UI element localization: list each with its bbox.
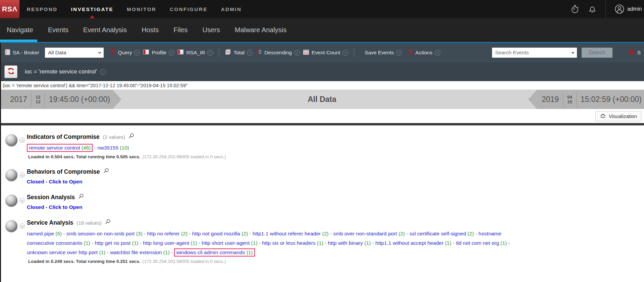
value-count: (2) (321, 231, 328, 236)
value-link-http1-1-without-accept-header[interactable]: http1.1 without accept header (375, 240, 443, 246)
user-menu[interactable]: admin (614, 4, 644, 14)
value-separator: - (90, 240, 95, 246)
category-sphere-icon[interactable] (5, 134, 17, 146)
magnifier-icon[interactable] (103, 168, 109, 174)
value-separator: - (451, 240, 456, 246)
actions-menu[interactable]: Actions (408, 49, 440, 56)
value-link-unknown-service-over-http-port[interactable]: unknown service over http port (27, 249, 98, 255)
value-link-http-short-user-agent[interactable]: http short user-agent (202, 240, 250, 246)
refresh-query-button[interactable] (4, 65, 17, 78)
data-source-select[interactable]: All Data (45, 48, 104, 58)
server-icon (5, 49, 10, 57)
rsa-ir-menu[interactable]: RSA_IR (177, 49, 213, 56)
section-behaviors-of-compromise: Behaviors of CompromiseClosed - Click to… (0, 168, 644, 185)
value-link-http1-1-without-referer-header[interactable]: http1.1 without referer header (253, 231, 321, 236)
section-values-list: remote service control (46) - nw35155 (1… (27, 143, 226, 153)
sub-nav: NavigateEventsEvent AnalysisHostsFilesUs… (0, 18, 644, 43)
search-events-value: Search Events (495, 50, 529, 56)
sub-nav-item-hosts[interactable]: Hosts (142, 18, 159, 42)
value-link-watchlist-file-extension[interactable]: watchlist file extension (110, 249, 162, 255)
event-count-menu[interactable]: Event Count (303, 49, 348, 56)
value-link-http-long-user-agent[interactable]: http long user-agent (143, 240, 189, 246)
time-range-end[interactable]: 2019 0415 15:02:59 (+00:00) (528, 90, 644, 109)
total-menu[interactable]: Total (225, 49, 253, 56)
value-item: ssl certificate self-signed (2) (410, 231, 474, 236)
top-nav-item-investigate[interactable]: INVESTIGATE (71, 0, 113, 18)
section-collapse-chevron-icon[interactable] (19, 172, 25, 178)
value-link-smb-over-non-standard-port[interactable]: smb over non-standard port (333, 231, 397, 236)
sub-nav-item-navigate[interactable]: Navigate (7, 18, 33, 42)
query-breadcrumb[interactable]: ioc = 'remote service control' (25, 68, 106, 75)
broker-selector[interactable]: SA - Broker (5, 49, 39, 57)
section-collapse-chevron-icon[interactable] (19, 198, 25, 203)
highlighted-value: windows cli admin commands (1) (174, 248, 255, 257)
top-nav-item-configure[interactable]: CONFIGURE (170, 0, 208, 18)
section-icons (0, 133, 27, 159)
top-nav-item-admin[interactable]: ADMIN (221, 0, 242, 18)
settings-menu[interactable]: S (628, 49, 641, 57)
section-title: Session Analysis (27, 194, 75, 201)
value-link-windows-cli-admin-commands[interactable]: windows cli admin commands (176, 249, 245, 255)
sub-nav-item-files[interactable]: Files (173, 18, 187, 42)
total-label: Total (233, 50, 245, 56)
section-service-analysis: Service Analysis(18 values)named pipe (5… (0, 219, 644, 264)
section-values-count: (18 values) (76, 220, 101, 226)
value-link-http-no-referer[interactable]: http no referer (147, 231, 179, 236)
value-link-remote-service-control[interactable]: remote service control (29, 145, 80, 151)
search-events-select[interactable]: Search Events (492, 48, 577, 58)
value-link-http-six-or-less-headers[interactable]: http six or less headers (262, 240, 315, 246)
chevron-down-circle-icon (169, 50, 174, 56)
category-sphere-icon[interactable] (5, 220, 17, 232)
sub-nav-item-users[interactable]: Users (203, 18, 220, 42)
sub-nav-item-event-analysis[interactable]: Event Analysis (83, 18, 127, 42)
magnifier-icon[interactable] (128, 133, 134, 139)
sub-nav-item-malware-analysis[interactable]: Malware Analysis (235, 18, 287, 42)
value-count: (1) (363, 240, 371, 246)
toolbar-divider (219, 48, 219, 57)
value-count: (1) (98, 249, 105, 255)
start-month-day: 1212 (36, 95, 40, 104)
section-title: Indicators of Compromise (27, 133, 100, 140)
category-sphere-icon[interactable] (5, 194, 17, 207)
sub-nav-item-events[interactable]: Events (48, 18, 68, 42)
section-body: Indicators of Compromise(2 values)remote… (27, 133, 226, 159)
value-link-nw35155[interactable]: nw35155 (97, 145, 118, 151)
section-title-row: Session Analysis (27, 194, 84, 201)
value-item: http not good mozilla (2) (192, 231, 248, 236)
notifications-bell-icon[interactable] (588, 4, 597, 14)
value-count: (5) (54, 231, 62, 236)
closed-click-to-open-link[interactable]: Closed - Click to Open (27, 179, 82, 185)
value-link-smb-session-on-non-smb-port[interactable]: smb session on non-smb port (66, 231, 135, 236)
value-link-tld-not-com-net-org[interactable]: tld not com net org (456, 240, 499, 246)
load-time-text: Loaded in 0.249 secs. Total running time… (28, 259, 140, 264)
section-collapse-chevron-icon[interactable] (19, 223, 25, 229)
value-link-http-not-good-mozilla[interactable]: http not good mozilla (192, 231, 240, 236)
stopwatch-icon[interactable] (571, 4, 579, 14)
value-count: (1) (82, 240, 90, 246)
chevron-down-circle-icon (100, 69, 106, 75)
save-events-menu[interactable]: Save Events (365, 50, 402, 56)
appbar-divider (605, 0, 606, 18)
value-link-named-pipe[interactable]: named pipe (27, 231, 54, 236)
value-link-ssl-certificate-self-signed[interactable]: ssl certificate self-signed (410, 231, 466, 236)
top-nav-item-respond[interactable]: RESPOND (27, 0, 58, 18)
magnifier-icon[interactable] (78, 193, 84, 199)
section-icons (0, 168, 27, 185)
search-button[interactable]: Search (582, 48, 612, 58)
value-item: smb over non-standard port (2) (333, 231, 405, 236)
value-link-http-get-no-post[interactable]: http get no post (95, 240, 130, 246)
value-link-http-with-binary[interactable]: http with binary (328, 240, 363, 246)
time-range-start[interactable]: 2017 1212 19:45:00 (+00:00) (0, 90, 121, 109)
sort-order-menu[interactable]: Descending (256, 49, 300, 56)
section-collapse-chevron-icon[interactable] (19, 137, 25, 143)
profile-menu[interactable]: Profile (143, 49, 174, 56)
value-count: (1) (316, 240, 323, 246)
top-nav-item-monitor[interactable]: MONITOR (127, 0, 156, 18)
section-body: Session AnalysisClosed - Click to Open (27, 194, 84, 210)
category-sphere-icon[interactable] (5, 169, 17, 181)
query-menu[interactable]: Query (110, 49, 140, 56)
value-item: http short user-agent (1) (202, 240, 257, 246)
magnifier-icon[interactable] (105, 219, 111, 225)
closed-click-to-open-link[interactable]: Closed - Click to Open (27, 204, 82, 210)
visualization-toggle-button[interactable]: Visualization (595, 111, 641, 121)
